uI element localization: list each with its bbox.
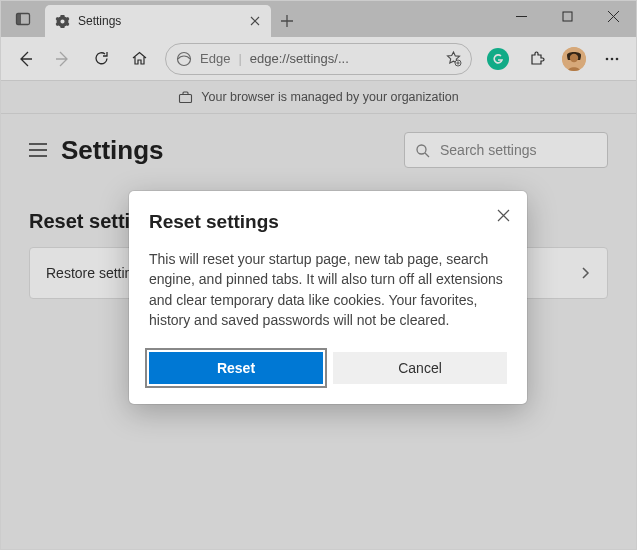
dialog-close-button[interactable] <box>491 203 515 227</box>
reset-dialog: Reset settings This will reset your star… <box>129 191 527 404</box>
dialog-buttons: Reset Cancel <box>149 352 507 384</box>
dialog-body: This will reset your startup page, new t… <box>149 249 507 330</box>
reset-button[interactable]: Reset <box>149 352 323 384</box>
close-icon <box>497 209 510 222</box>
dialog-title: Reset settings <box>149 211 507 233</box>
cancel-button[interactable]: Cancel <box>333 352 507 384</box>
